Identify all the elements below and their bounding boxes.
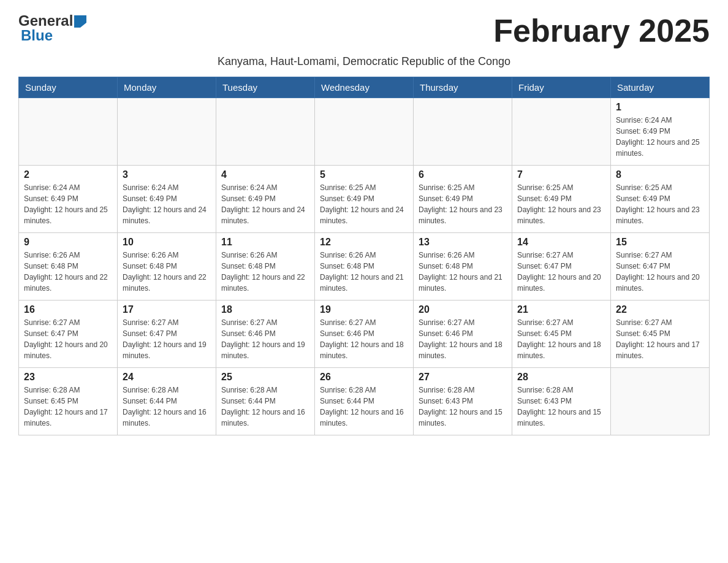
weekday-header-wednesday: Wednesday [315,77,414,98]
day-number: 27 [419,372,507,383]
calendar-day-cell: 4Sunrise: 6:24 AMSunset: 6:49 PMDaylight… [216,166,315,233]
day-number: 13 [419,237,507,248]
calendar-day-cell: 10Sunrise: 6:26 AMSunset: 6:48 PMDayligh… [118,233,216,301]
calendar-day-cell: 19Sunrise: 6:27 AMSunset: 6:46 PMDayligh… [315,301,414,368]
calendar-day-cell: 13Sunrise: 6:26 AMSunset: 6:48 PMDayligh… [414,233,512,301]
day-info: Sunrise: 6:24 AMSunset: 6:49 PMDaylight:… [221,182,309,226]
calendar-day-cell: 26Sunrise: 6:28 AMSunset: 6:44 PMDayligh… [315,368,414,435]
weekday-header-sunday: Sunday [19,77,118,98]
day-number: 7 [517,169,605,180]
day-info: Sunrise: 6:27 AMSunset: 6:47 PMDaylight:… [616,250,704,294]
day-info: Sunrise: 6:25 AMSunset: 6:49 PMDaylight:… [419,182,507,226]
calendar-day-cell: 15Sunrise: 6:27 AMSunset: 6:47 PMDayligh… [611,233,710,301]
calendar-day-cell: 11Sunrise: 6:26 AMSunset: 6:48 PMDayligh… [216,233,315,301]
day-info: Sunrise: 6:27 AMSunset: 6:45 PMDaylight:… [517,317,605,361]
weekday-header-saturday: Saturday [611,77,710,98]
calendar-day-cell: 20Sunrise: 6:27 AMSunset: 6:46 PMDayligh… [414,301,512,368]
calendar-table: SundayMondayTuesdayWednesdayThursdayFrid… [18,77,710,435]
calendar-day-cell: 7Sunrise: 6:25 AMSunset: 6:49 PMDaylight… [512,166,611,233]
day-number: 22 [616,304,704,315]
calendar-week-row: 9Sunrise: 6:26 AMSunset: 6:48 PMDaylight… [19,233,710,301]
calendar-day-cell: 25Sunrise: 6:28 AMSunset: 6:44 PMDayligh… [216,368,315,435]
calendar-day-cell: 9Sunrise: 6:26 AMSunset: 6:48 PMDaylight… [19,233,118,301]
day-number: 17 [123,304,211,315]
day-info: Sunrise: 6:27 AMSunset: 6:46 PMDaylight:… [320,317,408,361]
calendar-day-cell: 12Sunrise: 6:26 AMSunset: 6:48 PMDayligh… [315,233,414,301]
day-number: 21 [517,304,605,315]
day-number: 28 [517,372,605,383]
calendar-day-cell: 3Sunrise: 6:24 AMSunset: 6:49 PMDaylight… [118,166,216,233]
calendar-day-cell [19,98,118,166]
day-number: 26 [320,372,408,383]
calendar-day-cell: 8Sunrise: 6:25 AMSunset: 6:49 PMDaylight… [611,166,710,233]
day-info: Sunrise: 6:26 AMSunset: 6:48 PMDaylight:… [419,250,507,294]
calendar-week-row: 2Sunrise: 6:24 AMSunset: 6:49 PMDaylight… [19,166,710,233]
day-info: Sunrise: 6:25 AMSunset: 6:49 PMDaylight:… [616,182,704,226]
weekday-header-friday: Friday [512,77,611,98]
calendar-day-cell: 5Sunrise: 6:25 AMSunset: 6:49 PMDaylight… [315,166,414,233]
day-info: Sunrise: 6:28 AMSunset: 6:44 PMDaylight:… [123,385,211,429]
day-info: Sunrise: 6:28 AMSunset: 6:44 PMDaylight:… [221,385,309,429]
day-info: Sunrise: 6:27 AMSunset: 6:46 PMDaylight:… [419,317,507,361]
calendar-day-cell [611,368,710,435]
page-header: General Blue February 2025 [18,12,710,49]
day-info: Sunrise: 6:25 AMSunset: 6:49 PMDaylight:… [517,182,605,226]
day-info: Sunrise: 6:26 AMSunset: 6:48 PMDaylight:… [24,250,112,294]
month-title: February 2025 [493,12,710,49]
day-info: Sunrise: 6:27 AMSunset: 6:45 PMDaylight:… [616,317,704,361]
day-info: Sunrise: 6:25 AMSunset: 6:49 PMDaylight:… [320,182,408,226]
calendar-day-cell: 2Sunrise: 6:24 AMSunset: 6:49 PMDaylight… [19,166,118,233]
day-number: 15 [616,237,704,248]
calendar-week-row: 1Sunrise: 6:24 AMSunset: 6:49 PMDaylight… [19,98,710,166]
logo: General Blue [18,12,86,44]
day-number: 19 [320,304,408,315]
calendar-week-row: 23Sunrise: 6:28 AMSunset: 6:45 PMDayligh… [19,368,710,435]
day-number: 12 [320,237,408,248]
day-info: Sunrise: 6:24 AMSunset: 6:49 PMDaylight:… [616,115,704,159]
calendar-header-row: SundayMondayTuesdayWednesdayThursdayFrid… [19,77,710,98]
day-number: 11 [221,237,309,248]
calendar-week-row: 16Sunrise: 6:27 AMSunset: 6:47 PMDayligh… [19,301,710,368]
calendar-day-cell: 18Sunrise: 6:27 AMSunset: 6:46 PMDayligh… [216,301,315,368]
day-number: 5 [320,169,408,180]
calendar-day-cell [216,98,315,166]
calendar-subtitle: Kanyama, Haut-Lomami, Democratic Republi… [18,55,710,68]
calendar-day-cell: 16Sunrise: 6:27 AMSunset: 6:47 PMDayligh… [19,301,118,368]
day-info: Sunrise: 6:24 AMSunset: 6:49 PMDaylight:… [123,182,211,226]
day-number: 25 [221,372,309,383]
calendar-day-cell: 22Sunrise: 6:27 AMSunset: 6:45 PMDayligh… [611,301,710,368]
calendar-day-cell: 17Sunrise: 6:27 AMSunset: 6:47 PMDayligh… [118,301,216,368]
calendar-day-cell: 14Sunrise: 6:27 AMSunset: 6:47 PMDayligh… [512,233,611,301]
day-info: Sunrise: 6:27 AMSunset: 6:47 PMDaylight:… [517,250,605,294]
calendar-day-cell: 27Sunrise: 6:28 AMSunset: 6:43 PMDayligh… [414,368,512,435]
day-info: Sunrise: 6:27 AMSunset: 6:46 PMDaylight:… [221,317,309,361]
weekday-header-monday: Monday [118,77,216,98]
calendar-day-cell [512,98,611,166]
day-info: Sunrise: 6:26 AMSunset: 6:48 PMDaylight:… [221,250,309,294]
day-number: 9 [24,237,112,248]
day-number: 18 [221,304,309,315]
calendar-day-cell [315,98,414,166]
day-number: 23 [24,372,112,383]
day-number: 3 [123,169,211,180]
day-number: 6 [419,169,507,180]
calendar-day-cell [118,98,216,166]
calendar-day-cell: 21Sunrise: 6:27 AMSunset: 6:45 PMDayligh… [512,301,611,368]
calendar-day-cell: 28Sunrise: 6:28 AMSunset: 6:43 PMDayligh… [512,368,611,435]
day-number: 24 [123,372,211,383]
day-info: Sunrise: 6:28 AMSunset: 6:43 PMDaylight:… [517,385,605,429]
day-number: 1 [616,102,704,113]
day-info: Sunrise: 6:27 AMSunset: 6:47 PMDaylight:… [123,317,211,361]
day-number: 20 [419,304,507,315]
day-number: 16 [24,304,112,315]
day-info: Sunrise: 6:26 AMSunset: 6:48 PMDaylight:… [320,250,408,294]
day-info: Sunrise: 6:28 AMSunset: 6:44 PMDaylight:… [320,385,408,429]
day-number: 2 [24,169,112,180]
day-number: 14 [517,237,605,248]
calendar-day-cell: 24Sunrise: 6:28 AMSunset: 6:44 PMDayligh… [118,368,216,435]
day-info: Sunrise: 6:26 AMSunset: 6:48 PMDaylight:… [123,250,211,294]
logo-blue-text: Blue [18,27,53,44]
day-info: Sunrise: 6:27 AMSunset: 6:47 PMDaylight:… [24,317,112,361]
day-info: Sunrise: 6:24 AMSunset: 6:49 PMDaylight:… [24,182,112,226]
day-number: 8 [616,169,704,180]
